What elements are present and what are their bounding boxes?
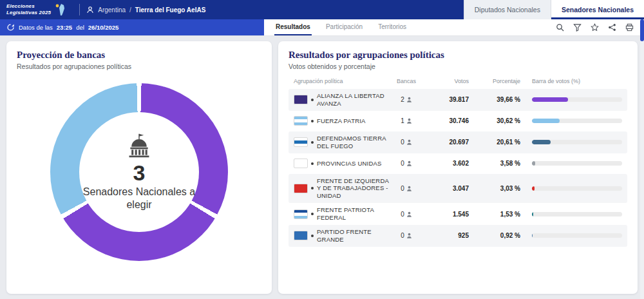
party-name: FRENTE DE IZQUIERDA Y DE TRABAJADORES - … [317, 177, 390, 200]
percent-value: 3,03 % [469, 185, 520, 192]
share-icon[interactable] [608, 23, 616, 32]
print-icon[interactable] [625, 23, 634, 32]
breadcrumb-district[interactable]: Tierra del Fuego AeIAS [135, 6, 205, 14]
bar-cell [520, 161, 622, 166]
percent-value: 30,62 % [469, 117, 520, 124]
table-row[interactable]: FRENTE PATRIOTA FEDERAL 0 1.545 1,53 % [289, 203, 627, 225]
breadcrumb-country[interactable]: Argentina [98, 6, 126, 14]
party-cell: DEFENDAMOS TIERRA DEL FUEGO [294, 135, 390, 150]
party-bullet [311, 120, 314, 122]
table-row[interactable]: DEFENDAMOS TIERRA DEL FUEGO 0 20.697 20,… [289, 131, 627, 153]
table-row[interactable]: FRENTE DE IZQUIERDA Y DE TRABAJADORES - … [289, 174, 627, 204]
seats-value: 0 [401, 139, 404, 146]
column-party: Agrupación política [294, 78, 390, 84]
party-cell: FRENTE DE IZQUIERDA Y DE TRABAJADORES - … [294, 177, 390, 200]
percent-value: 3,58 % [469, 160, 520, 167]
scrollbar-thumb[interactable] [640, 19, 644, 41]
seats-donut-chart: 3 Senadores Nacionales a elegir [50, 83, 228, 261]
party-logo [294, 159, 308, 168]
party-name: FUERZA PATRIA [317, 117, 366, 125]
projection-card: Proyección de bancas Resultados por agru… [6, 41, 272, 294]
donut-center: 3 Senadores Nacionales a elegir [79, 112, 199, 232]
tab-diputados-nacionales[interactable]: Diputados Nacionales [464, 0, 551, 19]
party-logo [294, 184, 308, 193]
percent-value: 0,92 % [469, 232, 520, 239]
vote-bar-track [532, 186, 622, 191]
party-logo [294, 231, 308, 240]
capitol-icon [125, 133, 153, 159]
results-title: Resultados por agrupaciones políticas [289, 50, 627, 61]
seats-cell: 0 [390, 185, 422, 192]
star-icon[interactable] [591, 23, 599, 32]
table-row[interactable]: FUERZA PATRIA 1 30.746 30,62 % [289, 111, 627, 131]
person-icon [406, 186, 412, 191]
party-name: ALIANZA LA LIBERTAD AVANZA [317, 92, 390, 108]
column-seats: Bancas [390, 78, 422, 84]
votes-value: 925 [422, 232, 469, 239]
data-update-notice: Datos de las 23:25 del 26/10/2025 [0, 19, 264, 35]
seats-cell: 0 [390, 160, 422, 167]
app-logo[interactable]: Elecciones Legislativas 2025 [0, 3, 73, 16]
refresh-icon[interactable] [6, 23, 15, 32]
projection-title: Proyección de bancas [17, 50, 261, 61]
tab-territorios[interactable]: Territorios [377, 19, 408, 35]
app-logo-line1: Elecciones [6, 3, 51, 10]
vote-bar-fill [532, 233, 533, 238]
votes-value: 3.047 [422, 185, 469, 192]
filter-icon[interactable] [573, 23, 582, 32]
bar-cell [520, 140, 622, 144]
notice-date: 26/10/2025 [88, 24, 119, 31]
party-logo [294, 209, 308, 219]
seats-cell: 1 [390, 117, 422, 124]
tab-resultados[interactable]: Resultados [274, 19, 312, 35]
breadcrumb: Argentina / Tierra del Fuego AeIAS [86, 6, 205, 14]
party-bullet [311, 141, 314, 144]
seats-value: 0 [401, 211, 404, 218]
seats-value: 0 [401, 232, 404, 239]
party-name: PROVINCIAS UNIDAS [317, 160, 382, 168]
app-logo-line2: Legislativas 2025 [6, 10, 51, 16]
bar-cell [520, 233, 622, 238]
tab-senadores-nacionales[interactable]: Senadores Nacionales [551, 0, 644, 19]
vote-bar-track [532, 97, 622, 102]
table-row[interactable]: PARTIDO FRENTE GRANDE 0 925 0,92 % [289, 225, 627, 247]
seats-value: 2 [401, 96, 404, 103]
search-icon[interactable] [556, 23, 564, 32]
subheader-spacer [408, 19, 556, 35]
breadcrumb-separator: / [129, 6, 131, 14]
party-logo [294, 116, 308, 126]
page-scrollbar[interactable] [640, 19, 644, 299]
header-divider [79, 4, 80, 15]
table-header: Agrupación política Bancas Votos Porcent… [289, 70, 627, 89]
person-icon [406, 160, 412, 166]
party-logo [294, 137, 308, 147]
votes-value: 39.817 [422, 96, 469, 103]
table-row[interactable]: PROVINCIAS UNIDAS 0 3.602 3,58 % [289, 153, 627, 174]
seats-cell: 0 [390, 211, 422, 218]
party-cell: FUERZA PATRIA [294, 116, 390, 126]
seats-total: 3 [133, 162, 146, 184]
person-icon [406, 139, 412, 145]
seats-cell: 2 [390, 96, 422, 103]
table-row[interactable]: ALIANZA LA LIBERTAD AVANZA 2 39.817 39,6… [289, 89, 627, 111]
vote-bar-fill [532, 186, 535, 191]
seats-value: 0 [401, 185, 404, 192]
party-name: DEFENDAMOS TIERRA DEL FUEGO [317, 135, 390, 150]
party-cell: ALIANZA LA LIBERTAD AVANZA [294, 92, 390, 108]
results-card: Resultados por agrupaciones políticas Vo… [278, 41, 638, 294]
party-cell: PROVINCIAS UNIDAS [294, 159, 390, 168]
party-bullet [311, 162, 314, 165]
view-tabs: Resultados Participación Territorios [274, 19, 408, 35]
tab-participacion[interactable]: Participación [325, 19, 364, 35]
party-cell: FRENTE PATRIOTA FEDERAL [294, 206, 390, 222]
results-subtitle: Votos obtenidos y porcentaje [289, 63, 627, 70]
votes-value: 1.545 [422, 211, 469, 218]
top-bar: Elecciones Legislativas 2025 Argentina /… [0, 0, 644, 19]
party-cell: PARTIDO FRENTE GRANDE [294, 228, 390, 244]
results-table-body: ALIANZA LA LIBERTAD AVANZA 2 39.817 39,6… [289, 89, 627, 247]
bar-cell [520, 119, 622, 123]
percent-value: 20,61 % [469, 139, 520, 146]
column-votes: Votos [422, 78, 469, 84]
seats-cell: 0 [390, 232, 422, 239]
argentina-map-icon [55, 3, 66, 16]
